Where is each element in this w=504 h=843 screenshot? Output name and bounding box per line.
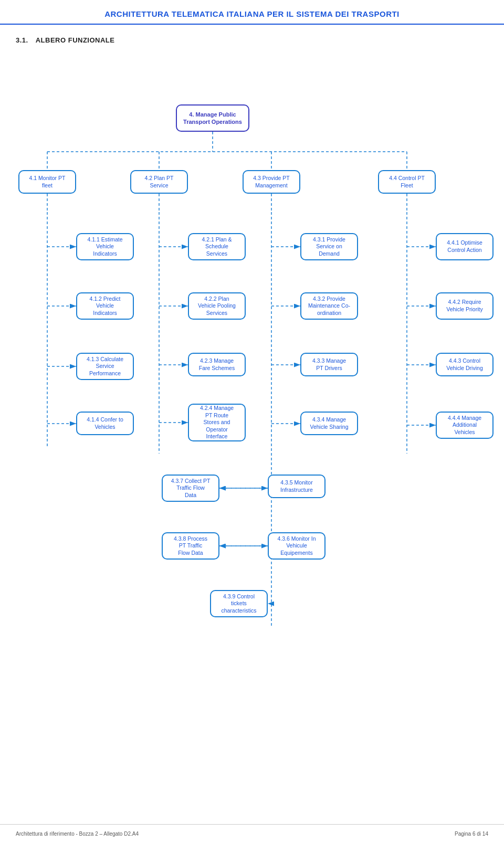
node-434: 4.3.4 Manage Vehicle Sharing <box>300 412 358 435</box>
node-432: 4.3.2 Provide Maintenance Co- ordination <box>300 292 358 320</box>
node-431: 4.3.1 Provide Service on Demand <box>300 233 358 260</box>
node-443: 4.4.3 Control Vehicle Driving <box>436 353 494 376</box>
footer-left: Architettura di riferimento - Bozza 2 – … <box>16 831 139 837</box>
section-number: 3.1. <box>16 36 28 44</box>
page-header: ARCHITETTURA TELEMATICA ITALIANA PER IL … <box>0 0 504 25</box>
node-439: 4.3.9 Control tickets characteristics <box>210 590 268 617</box>
node-436: 4.3.6 Monitor In Vehicule Equipements <box>268 532 326 560</box>
node-422: 4.2.2 Plan Vehicle Pooling Services <box>188 292 246 320</box>
node-414: 4.1.4 Confer to Vehicles <box>76 412 134 435</box>
node-423: 4.2.3 Manage Fare Schemes <box>188 353 246 376</box>
node-435: 4.3.5 Monitor Infrastructure <box>268 475 326 498</box>
node-437: 4.3.7 Collect PT Traffic Flow Data <box>162 475 219 502</box>
node-44: 4.4 Control PT Fleet <box>378 170 436 194</box>
page-footer: Architettura di riferimento - Bozza 2 – … <box>0 824 504 843</box>
section-title-text: Albero funzionale <box>36 36 115 44</box>
node-43: 4.3 Provide PT Management <box>243 170 300 194</box>
node-413: 4.1.3 Calculate Service Performance <box>76 353 134 380</box>
node-412: 4.1.2 Predict Vehicle Indicators <box>76 292 134 320</box>
node-441: 4.4.1 Optimise Control Action <box>436 233 494 260</box>
node-411: 4.1.1 Estimate Vehicle Indicators <box>76 233 134 260</box>
connector-svg <box>0 55 504 789</box>
node-442: 4.4.2 Require Vehicle Priority <box>436 292 494 320</box>
node-438: 4.3.8 Process PT Traffic Flow Data <box>162 532 219 560</box>
footer-right: Pagina 6 di 14 <box>455 831 488 837</box>
node-421: 4.2.1 Plan & Schedule Services <box>188 233 246 260</box>
diagram-area: 4. Manage Public Transport Operations 4.… <box>0 55 504 789</box>
node-424: 4.2.4 Manage PT Route Stores and Operato… <box>188 404 246 441</box>
node-41: 4.1 Monitor PT fleet <box>18 170 76 194</box>
header-title: ARCHITETTURA TELEMATICA ITALIANA PER IL … <box>10 9 494 18</box>
node-root: 4. Manage Public Transport Operations <box>176 104 249 132</box>
node-42: 4.2 Plan PT Service <box>130 170 188 194</box>
section-heading: 3.1. Albero funzionale <box>0 30 504 55</box>
node-433: 4.3.3 Manage PT Drivers <box>300 353 358 376</box>
node-444: 4.4.4 Manage Additional Vehicles <box>436 412 494 439</box>
